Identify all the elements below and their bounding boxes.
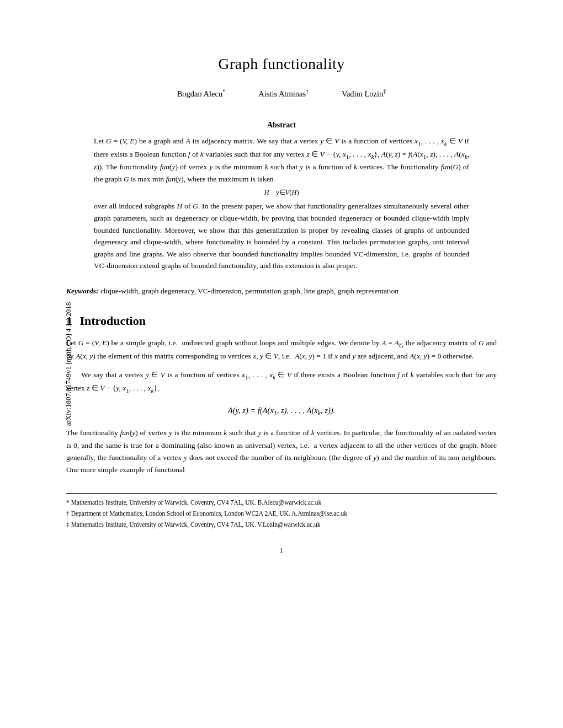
- footnote-3: ‡ Mathematics Institute, University of W…: [66, 520, 497, 529]
- arxiv-label: arXiv:1807.01749v1 [math.CO] 4 Jul 2018: [64, 302, 73, 426]
- section-1-para-2: We say that a vertex y ∈ V is a function…: [66, 369, 497, 396]
- abstract-body: Let G = (V, E) be a graph and A its adja…: [94, 135, 469, 272]
- math-display-1: A(y, z) = f(A(x1, z), . . . , A(xk, z)).: [66, 406, 497, 417]
- author-2: Aistis Atminas†: [258, 88, 309, 99]
- abstract-title: Abstract: [94, 121, 469, 130]
- footnotes: * Mathematics Institute, University of W…: [66, 493, 497, 530]
- abstract-max-notation: H y∈V(H): [94, 187, 469, 198]
- section-1-body-cont: The functionality fun(y) of vertex y is …: [66, 427, 497, 476]
- section-1-body: Let G = (V, E) be a simple graph, i.e. u…: [66, 337, 497, 396]
- author-3: Vadim Lozin‡: [342, 88, 386, 99]
- abstract-section: Abstract Let G = (V, E) be a graph and A…: [94, 121, 469, 272]
- section-1-title: 1 Introduction: [66, 314, 497, 328]
- section-1-para-3: The functionality fun(y) of vertex y is …: [66, 427, 497, 476]
- abstract-paragraph-1: Let G = (V, E) be a graph and A its adja…: [94, 135, 469, 185]
- authors-line: Bogdan Alecu* Aistis Atminas† Vadim Lozi…: [66, 88, 497, 99]
- keywords-line: Keywords: clique-width, graph degeneracy…: [66, 285, 497, 297]
- paper-title: Graph functionality: [66, 55, 497, 73]
- footnote-2: † Department of Mathematics, London Scho…: [66, 509, 497, 518]
- page-number: 1: [66, 546, 497, 555]
- author-1: Bogdan Alecu*: [177, 88, 226, 99]
- page: arXiv:1807.01749v1 [math.CO] 4 Jul 2018 …: [0, 0, 563, 728]
- footnote-1: * Mathematics Institute, University of W…: [66, 498, 497, 507]
- abstract-paragraph-2: over all induced subgraphs H of G. In th…: [94, 200, 469, 272]
- section-1-para-1: Let G = (V, E) be a simple graph, i.e. u…: [66, 337, 497, 363]
